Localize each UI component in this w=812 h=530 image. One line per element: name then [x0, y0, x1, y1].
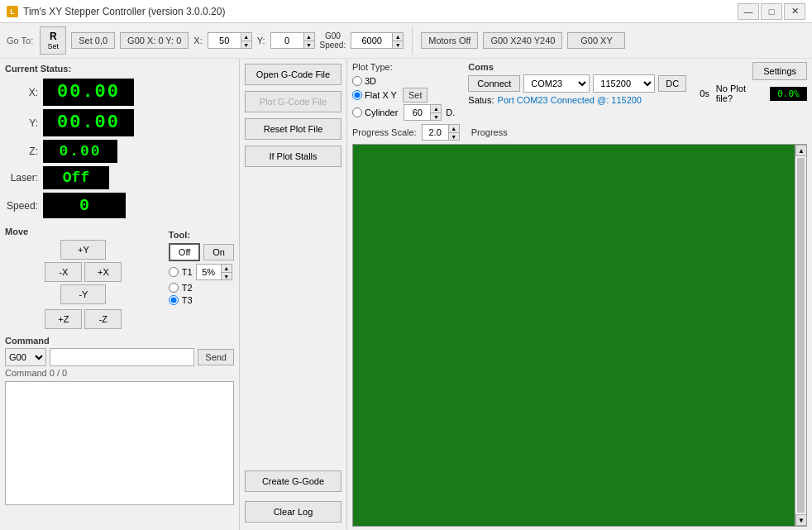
scroll-down-arrow[interactable]: ▼ [795, 514, 807, 526]
g00-speed-group: G00 Speed: [320, 31, 346, 50]
g00xy-button[interactable]: G00 XY [567, 32, 625, 49]
move-section: Move +Y -X +X -Y +Z [5, 227, 234, 329]
t1-row: T1 5% ▲ ▼ [169, 264, 234, 280]
status-row: Satus: Port COM23 Connected @: 115200 [468, 95, 686, 105]
cylinder-input[interactable]: 60 [404, 104, 430, 121]
window-title: Tim's XY Stepper Controller (version 3.0… [23, 6, 225, 17]
progress-scale-up[interactable]: ▲ [448, 124, 460, 132]
current-status-section: Current Status: X: 00.00 Y: 00.00 Z: 0.0… [5, 64, 234, 222]
plot-3d-row: 3D [352, 76, 455, 86]
plot-gcode-button[interactable]: Plot G-Code File [245, 91, 342, 112]
x-spin-down[interactable]: ▼ [241, 41, 252, 49]
x-input[interactable]: 50 [208, 32, 241, 49]
goto-label: Go To: [7, 36, 33, 45]
minus-y-button[interactable]: -Y [60, 284, 106, 304]
top-info-bar: Plot Type: 3D Flat X Y Set Cylinder [352, 62, 807, 121]
scrollbar-vertical: ▲ ▼ [795, 145, 806, 526]
port-select[interactable]: COM23 [523, 74, 590, 93]
lr-row: -X +X [45, 262, 122, 282]
reset-plot-button[interactable]: Reset Plot File [245, 118, 342, 140]
t3-row: T3 [169, 295, 234, 305]
motors-off-button[interactable]: Motors Off [421, 32, 478, 49]
progress-scale-row: Progress Scale: 2.0 ▲ ▼ Progress [352, 124, 807, 141]
t1-radio[interactable] [169, 267, 179, 277]
minus-z-button[interactable]: -Z [84, 309, 122, 329]
laser-status-label: Laser: [5, 172, 38, 184]
progress-scale-input[interactable]: 2.0 [422, 124, 448, 141]
coms-row: Connect COM23 115200 DC [468, 74, 686, 93]
t2-radio[interactable] [169, 283, 179, 293]
y-spin-up[interactable]: ▲ [303, 32, 315, 41]
speed-input[interactable]: 6000 [351, 32, 392, 49]
t2-label: T2 [182, 283, 193, 293]
tool-off-button[interactable]: Off [169, 243, 200, 261]
canvas-area: ▲ ▼ [352, 144, 807, 527]
t1-spin-down[interactable]: ▼ [221, 272, 232, 280]
plus-z-button[interactable]: +Z [45, 309, 82, 329]
maximize-button[interactable]: □ [761, 3, 782, 20]
clear-log-button[interactable]: Clear Log [245, 501, 342, 523]
r-set-button[interactable]: R Set [40, 26, 66, 55]
r-set-top: R [50, 31, 57, 42]
coms-block: Coms Connect COM23 115200 DC Satus: Por [468, 62, 686, 105]
plot-flatxy-row: Flat X Y Set [352, 88, 455, 103]
coms-label: Coms [468, 62, 686, 72]
cylinder-d-label: D. [446, 107, 455, 117]
close-button[interactable]: ✕ [784, 3, 805, 20]
tool-on-button[interactable]: On [203, 244, 234, 260]
speed-spin-down[interactable]: ▼ [392, 41, 404, 49]
baud-select[interactable]: 115200 [593, 74, 655, 93]
y-input[interactable]: 0 [270, 32, 303, 49]
laser-led-display: Off [43, 166, 109, 189]
plot-cylinder-radio[interactable] [352, 107, 362, 117]
open-gcode-button[interactable]: Open G-Code File [245, 64, 342, 85]
minimize-button[interactable]: — [738, 3, 759, 20]
x-spin-up[interactable]: ▲ [241, 32, 252, 41]
t3-radio[interactable] [169, 295, 179, 305]
plot-3d-radio[interactable] [352, 76, 362, 86]
move-panel: Move +Y -X +X -Y +Z [5, 227, 162, 329]
plot-flatxy-radio[interactable] [352, 90, 362, 100]
t1-value-input[interactable]: 5% [196, 264, 221, 280]
scroll-up-arrow[interactable]: ▲ [795, 145, 807, 156]
toolbar-divider1 [412, 26, 413, 55]
command-select[interactable]: G00 G01 G28 M3 M5 [5, 348, 46, 366]
scroll-thumb[interactable] [797, 158, 805, 513]
plus-x-button[interactable]: +X [84, 262, 122, 282]
plus-y-row: +Y [60, 240, 106, 260]
send-button[interactable]: Send [198, 349, 234, 365]
set00-button[interactable]: Set 0,0 [71, 32, 115, 49]
status-prefix-label: Satus: [468, 95, 494, 105]
progress-label: Progress [471, 127, 508, 137]
plus-y-button[interactable]: +Y [60, 240, 106, 260]
g00-speed-label2: Speed: [320, 41, 346, 50]
plot-flatxy-label: Flat X Y [365, 90, 397, 100]
cylinder-spin-down[interactable]: ▼ [430, 112, 442, 121]
top-right-info: 0s No Plot file? 0.0% [700, 84, 807, 103]
command-input[interactable] [50, 348, 194, 366]
z-row: +Z -Z [45, 309, 122, 329]
middle-spacer [245, 173, 342, 467]
t1-spin-btns: ▲ ▼ [221, 264, 232, 280]
plot-cylinder-row: Cylinder 60 ▲ ▼ D. [352, 104, 455, 121]
main-container: Go To: R Set Set 0,0 G00 X: 0 Y: 0 X: 50… [0, 23, 812, 530]
progress-scale-down[interactable]: ▼ [448, 132, 460, 141]
y-spin-down[interactable]: ▼ [303, 41, 315, 49]
plot-set-button[interactable]: Set [403, 88, 428, 103]
t1-spin-up[interactable]: ▲ [221, 264, 232, 272]
dc-button[interactable]: DC [658, 75, 686, 92]
content-area: Current Status: X: 00.00 Y: 00.00 Z: 0.0… [0, 59, 812, 530]
create-gcode-button[interactable]: Create G-Gode [245, 470, 342, 492]
plot-cylinder-label: Cylinder [365, 107, 398, 117]
cylinder-spin-up[interactable]: ▲ [430, 104, 442, 112]
g00x240y240-button[interactable]: G00 X240 Y240 [483, 32, 562, 49]
speed-spin-up[interactable]: ▲ [392, 32, 404, 41]
t1-spinner: 5% ▲ ▼ [196, 264, 232, 280]
minus-x-button[interactable]: -X [45, 262, 82, 282]
connect-button[interactable]: Connect [468, 75, 520, 92]
speed-status-row: Speed: 0 [5, 193, 234, 218]
if-plot-stalls-button[interactable]: If Plot Stalls [245, 146, 342, 167]
settings-button[interactable]: Settings [752, 62, 807, 80]
g00xy0-button[interactable]: G00 X: 0 Y: 0 [120, 32, 189, 49]
title-bar-left: L Tim's XY Stepper Controller (version 3… [7, 6, 225, 17]
